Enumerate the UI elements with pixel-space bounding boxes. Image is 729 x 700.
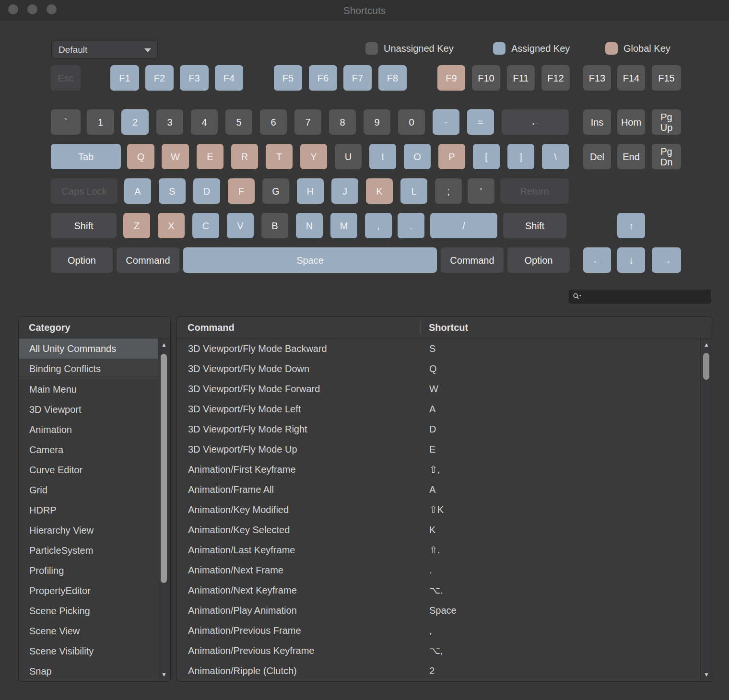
command-row[interactable]: Animation/Ripple (Clutch)2 bbox=[177, 661, 697, 681]
key-f3[interactable]: F3 bbox=[180, 65, 209, 91]
key-digit-3[interactable]: 3 bbox=[156, 109, 183, 135]
key-o[interactable]: O bbox=[404, 144, 431, 169]
command-scrollbar[interactable]: ▲ ▼ bbox=[700, 338, 712, 681]
key-digit-7[interactable]: 7 bbox=[294, 109, 321, 135]
command-row[interactable]: 3D Viewport/Fly Mode BackwardS bbox=[177, 338, 697, 359]
scroll-down-icon[interactable]: ▼ bbox=[701, 672, 712, 677]
key-k[interactable]: K bbox=[366, 178, 393, 204]
category-item-animation[interactable]: Animation bbox=[19, 420, 158, 440]
scroll-up-icon[interactable]: ▲ bbox=[158, 342, 170, 348]
key-p[interactable]: P bbox=[438, 144, 465, 169]
key-g[interactable]: G bbox=[262, 178, 289, 204]
key-t[interactable]: T bbox=[266, 144, 293, 169]
key-shift-right[interactable]: Shift bbox=[503, 213, 566, 238]
command-row[interactable]: 3D Viewport/Fly Mode LeftA bbox=[177, 399, 697, 419]
command-row[interactable]: Animation/Key Modified⇧K bbox=[177, 500, 697, 520]
category-item-profiling[interactable]: Profiling bbox=[19, 560, 158, 581]
key-y[interactable]: Y bbox=[300, 144, 327, 169]
category-item-grid[interactable]: Grid bbox=[19, 480, 158, 500]
key-a[interactable]: A bbox=[124, 178, 151, 204]
command-row[interactable]: Animation/Key SelectedK bbox=[177, 520, 697, 540]
category-item-binding-conflicts[interactable]: Binding Conflicts bbox=[19, 359, 158, 379]
key-digit-5[interactable]: 5 bbox=[225, 109, 252, 135]
key-equals[interactable]: = bbox=[467, 109, 494, 135]
key-end[interactable]: End bbox=[617, 144, 645, 169]
key-f13[interactable]: F13 bbox=[583, 65, 611, 91]
key-arrow-right[interactable]: → bbox=[652, 247, 681, 273]
category-item-propertyeditor[interactable]: PropertyEditor bbox=[19, 581, 158, 601]
key-bracket-left[interactable]: [ bbox=[473, 144, 500, 169]
key-minus[interactable]: - bbox=[433, 109, 459, 135]
key-f11[interactable]: F11 bbox=[507, 65, 535, 91]
category-item-scene-visibility[interactable]: Scene Visibility bbox=[19, 641, 158, 661]
scroll-down-icon[interactable]: ▼ bbox=[158, 672, 170, 677]
key-backslash[interactable]: \ bbox=[542, 144, 569, 169]
key-f6[interactable]: F6 bbox=[309, 65, 337, 91]
key-l[interactable]: L bbox=[400, 178, 427, 204]
key-f4[interactable]: F4 bbox=[215, 65, 243, 91]
command-row[interactable]: Animation/Previous Keyframe⌥, bbox=[177, 641, 697, 661]
key-quote[interactable]: ' bbox=[468, 178, 494, 204]
key-tab[interactable]: Tab bbox=[51, 144, 121, 169]
key-digit-4[interactable]: 4 bbox=[191, 109, 218, 135]
key-v[interactable]: V bbox=[227, 213, 254, 238]
key-arrow-left[interactable]: ← bbox=[583, 247, 611, 273]
category-item-hierarchy-view[interactable]: Hierarchy View bbox=[19, 520, 158, 540]
command-row[interactable]: 3D Viewport/Fly Mode ForwardW bbox=[177, 379, 697, 399]
key-f1[interactable]: F1 bbox=[110, 65, 139, 91]
key-f[interactable]: F bbox=[228, 178, 255, 204]
key-q[interactable]: Q bbox=[127, 144, 154, 169]
category-item-3d-viewport[interactable]: 3D Viewport bbox=[19, 399, 158, 420]
category-item-main-menu[interactable]: Main Menu bbox=[19, 379, 158, 399]
key-f7[interactable]: F7 bbox=[343, 65, 372, 91]
key-f2[interactable]: F2 bbox=[145, 65, 174, 91]
search-input[interactable] bbox=[582, 290, 711, 303]
search-icon[interactable] bbox=[573, 293, 582, 300]
key-bracket-right[interactable]: ] bbox=[507, 144, 534, 169]
key-backspace[interactable]: ← bbox=[502, 109, 569, 135]
key-arrow-down[interactable]: ↓ bbox=[617, 247, 645, 273]
key-arrow-up[interactable]: ↑ bbox=[617, 213, 645, 238]
profile-dropdown[interactable]: Default bbox=[51, 41, 158, 58]
key-b[interactable]: B bbox=[261, 213, 288, 238]
key-hom[interactable]: Hom bbox=[617, 109, 645, 135]
search-box[interactable] bbox=[569, 290, 711, 303]
key-f12[interactable]: F12 bbox=[541, 65, 570, 91]
command-row[interactable]: Animation/Previous Frame, bbox=[177, 620, 697, 641]
key-f14[interactable]: F14 bbox=[617, 65, 645, 91]
key-d[interactable]: D bbox=[193, 178, 220, 204]
key-j[interactable]: J bbox=[331, 178, 358, 204]
category-item-curve-editor[interactable]: Curve Editor bbox=[19, 460, 158, 480]
command-row[interactable]: 3D Viewport/Fly Mode RightD bbox=[177, 419, 697, 439]
command-row[interactable]: Animation/Last Keyframe⇧. bbox=[177, 540, 697, 560]
key-digit-0[interactable]: 0 bbox=[398, 109, 425, 135]
key-command-right[interactable]: Command bbox=[441, 247, 504, 273]
category-item-hdrp[interactable]: HDRP bbox=[19, 500, 158, 520]
key-z[interactable]: Z bbox=[123, 213, 150, 238]
command-row[interactable]: 3D Viewport/Fly Mode DownQ bbox=[177, 359, 697, 379]
key-digit-1[interactable]: 1 bbox=[87, 109, 114, 135]
command-scrollbar-thumb[interactable] bbox=[703, 353, 709, 380]
key-shift-left[interactable]: Shift bbox=[51, 213, 117, 238]
key-digit-9[interactable]: 9 bbox=[364, 109, 390, 135]
key-option-right[interactable]: Option bbox=[507, 247, 570, 273]
key-semicolon[interactable]: ; bbox=[435, 178, 462, 204]
key-f15[interactable]: F15 bbox=[652, 65, 681, 91]
key-s[interactable]: S bbox=[159, 178, 186, 204]
key-c[interactable]: C bbox=[192, 213, 219, 238]
key-r[interactable]: R bbox=[231, 144, 258, 169]
key-x[interactable]: X bbox=[158, 213, 185, 238]
key-period[interactable]: . bbox=[398, 213, 424, 238]
command-row[interactable]: Animation/First Keyframe⇧, bbox=[177, 459, 697, 479]
command-row[interactable]: 3D Viewport/Fly Mode UpE bbox=[177, 439, 697, 459]
key-comma[interactable]: , bbox=[365, 213, 392, 238]
key-f10[interactable]: F10 bbox=[472, 65, 500, 91]
key-i[interactable]: I bbox=[369, 144, 396, 169]
category-item-camera[interactable]: Camera bbox=[19, 440, 158, 460]
key-backtick[interactable]: ` bbox=[51, 109, 81, 135]
key-command-left[interactable]: Command bbox=[117, 247, 179, 273]
key-f5[interactable]: F5 bbox=[274, 65, 302, 91]
key-digit-2[interactable]: 2 bbox=[121, 109, 149, 135]
key-space[interactable]: Space bbox=[183, 247, 437, 273]
category-item-snap[interactable]: Snap bbox=[19, 661, 158, 681]
